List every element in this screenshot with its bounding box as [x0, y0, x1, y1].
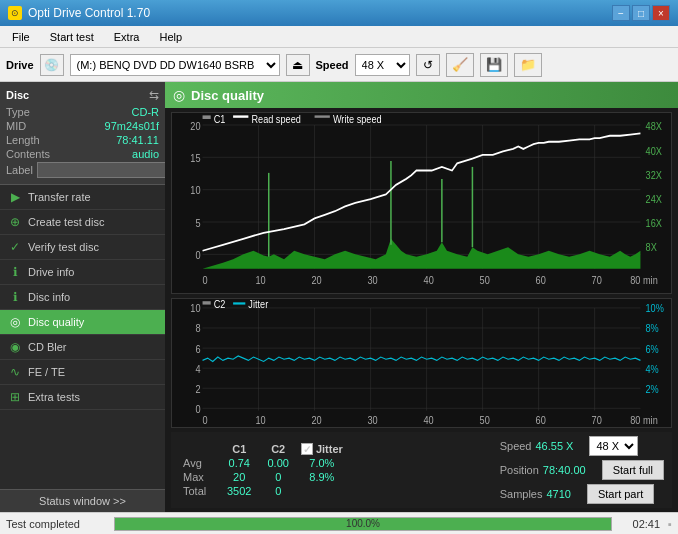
sidebar-item-extra-tests-label: Extra tests	[28, 391, 80, 403]
avg-c1-value: 0.74	[219, 456, 259, 470]
jitter-label: Jitter	[316, 443, 343, 455]
sidebar-item-disc-info[interactable]: ℹ Disc info	[0, 285, 165, 310]
chart-bottom-svg: 10 8 6 4 2 0 10% 8% 6% 4% 2% 0 10 20 3	[172, 299, 671, 427]
svg-rect-38	[203, 115, 211, 119]
svg-text:10: 10	[190, 185, 201, 197]
menu-help[interactable]: Help	[151, 29, 190, 45]
sidebar-item-create-test-disc[interactable]: ⊕ Create test disc	[0, 210, 165, 235]
maximize-button[interactable]: □	[632, 5, 650, 21]
drive-icon: 💿	[40, 54, 64, 76]
svg-text:C2: C2	[214, 299, 226, 310]
disc-mid-value: 97m24s01f	[105, 120, 159, 132]
erase-icon[interactable]: 🧹	[446, 53, 474, 77]
sidebar-item-extra-tests[interactable]: ⊞ Extra tests	[0, 385, 165, 410]
chart-bottom: 10 8 6 4 2 0 10% 8% 6% 4% 2% 0 10 20 3	[171, 298, 672, 428]
samples-label: Samples	[500, 488, 543, 500]
disc-type-label: Type	[6, 106, 30, 118]
svg-text:C1: C1	[214, 113, 226, 125]
position-row: Position 78:40.00	[500, 464, 586, 476]
jitter-checkbox-row: ✓ Jitter	[301, 443, 343, 455]
minimize-button[interactable]: −	[612, 5, 630, 21]
disc-label-input[interactable]	[37, 162, 170, 178]
speed-result-select[interactable]: 48 X	[589, 436, 638, 456]
create-test-disc-icon: ⊕	[8, 215, 22, 229]
fe-te-icon: ∿	[8, 365, 22, 379]
status-text: Test completed	[6, 518, 106, 530]
refresh-icon[interactable]: ↺	[416, 54, 440, 76]
drive-info-icon: ℹ	[8, 265, 22, 279]
eject-icon[interactable]: ⏏	[286, 54, 310, 76]
samples-value: 4710	[546, 488, 570, 500]
menu-bar: File Start test Extra Help	[0, 26, 678, 48]
svg-text:80 min: 80 min	[630, 414, 657, 425]
title-bar: ⊙ Opti Drive Control 1.70 − □ ×	[0, 0, 678, 26]
progress-bar: 100.0%	[114, 517, 612, 531]
sidebar-menu: ▶ Transfer rate ⊕ Create test disc ✓ Ver…	[0, 185, 165, 489]
drive-label: Drive	[6, 59, 34, 71]
svg-text:Read speed: Read speed	[251, 113, 300, 125]
sidebar-item-fe-te[interactable]: ∿ FE / TE	[0, 360, 165, 385]
sidebar-item-verify-test-disc-label: Verify test disc	[28, 241, 99, 253]
chart-top-svg: 20 15 10 5 0 48X 40X 32X 24X 16X 8X 0 10…	[172, 113, 671, 293]
svg-text:0: 0	[203, 275, 208, 287]
svg-text:6: 6	[195, 343, 200, 354]
disc-contents-label: Contents	[6, 148, 50, 160]
sidebar-item-fe-te-label: FE / TE	[28, 366, 65, 378]
drive-select[interactable]: (M:) BENQ DVD DD DW1640 BSRB	[70, 54, 280, 76]
svg-rect-78	[203, 301, 211, 304]
svg-text:20: 20	[312, 275, 323, 287]
start-full-button[interactable]: Start full	[602, 460, 664, 480]
content-area: ◎ Disc quality	[165, 82, 678, 512]
disc-nav-arrows[interactable]: ⇆	[149, 88, 159, 102]
max-c1-value: 20	[219, 470, 259, 484]
status-time: 02:41	[620, 518, 660, 530]
disc-quality-title: Disc quality	[191, 88, 264, 103]
jitter-checkbox[interactable]: ✓	[301, 443, 313, 455]
close-button[interactable]: ×	[652, 5, 670, 21]
svg-text:5: 5	[195, 217, 200, 229]
app-icon: ⊙	[8, 6, 22, 20]
total-jitter-cell	[297, 484, 347, 498]
disc-quality-header-icon: ◎	[173, 87, 185, 103]
svg-text:6%: 6%	[646, 343, 660, 354]
sidebar-item-transfer-rate[interactable]: ▶ Transfer rate	[0, 185, 165, 210]
charts-container: 20 15 10 5 0 48X 40X 32X 24X 16X 8X 0 10…	[165, 108, 678, 512]
speed-select[interactable]: 48 X	[355, 54, 410, 76]
svg-rect-80	[233, 302, 245, 304]
svg-text:60: 60	[536, 414, 546, 425]
extra-tests-icon: ⊞	[8, 390, 22, 404]
svg-text:Jitter: Jitter	[248, 299, 269, 310]
sidebar-item-disc-quality-label: Disc quality	[28, 316, 84, 328]
menu-file[interactable]: File	[4, 29, 38, 45]
chart-top: 20 15 10 5 0 48X 40X 32X 24X 16X 8X 0 10…	[171, 112, 672, 294]
svg-text:Write speed: Write speed	[333, 113, 382, 125]
svg-text:0: 0	[195, 403, 200, 414]
status-window-button[interactable]: Status window >>	[0, 489, 165, 512]
sidebar-item-verify-test-disc[interactable]: ✓ Verify test disc	[0, 235, 165, 260]
burn-icon[interactable]: 💾	[480, 53, 508, 77]
svg-text:0: 0	[203, 414, 208, 425]
svg-text:2: 2	[195, 383, 200, 394]
svg-text:8%: 8%	[646, 323, 660, 334]
sidebar-item-disc-info-label: Disc info	[28, 291, 70, 303]
disc-type-value: CD-R	[132, 106, 160, 118]
disc-length-value: 78:41.11	[116, 134, 159, 146]
col-c2-header: C2	[259, 442, 296, 456]
sidebar-item-cd-bler-label: CD Bler	[28, 341, 67, 353]
save-icon[interactable]: 📁	[514, 53, 542, 77]
menu-start-test[interactable]: Start test	[42, 29, 102, 45]
sidebar-item-drive-info[interactable]: ℹ Drive info	[0, 260, 165, 285]
svg-text:10%: 10%	[646, 303, 665, 314]
sidebar-item-disc-quality[interactable]: ◎ Disc quality	[0, 310, 165, 335]
menu-extra[interactable]: Extra	[106, 29, 148, 45]
svg-text:0: 0	[195, 249, 200, 261]
sidebar: Disc ⇆ Type CD-R MID 97m24s01f Length 78…	[0, 82, 165, 512]
svg-text:50: 50	[480, 414, 490, 425]
svg-text:15: 15	[190, 152, 201, 164]
transfer-rate-icon: ▶	[8, 190, 22, 204]
avg-label: Avg	[179, 456, 219, 470]
start-part-button[interactable]: Start part	[587, 484, 654, 504]
sidebar-item-cd-bler[interactable]: ◉ CD Bler	[0, 335, 165, 360]
max-label: Max	[179, 470, 219, 484]
sidebar-item-transfer-rate-label: Transfer rate	[28, 191, 91, 203]
